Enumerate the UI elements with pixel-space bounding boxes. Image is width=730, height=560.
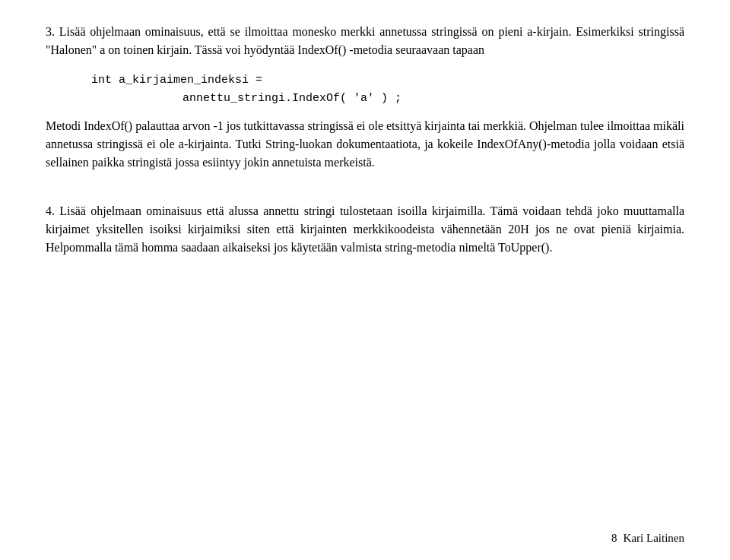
footer: 8 Kari Laitinen — [611, 532, 684, 545]
code-line-1: int a_kirjaimen_indeksi = — [91, 71, 684, 90]
code-line-2: annettu_stringi.IndexOf( 'a' ) ; — [182, 90, 684, 108]
code-block: int a_kirjaimen_indeksi = annettu_string… — [91, 71, 684, 108]
paragraph-3: 3. Lisää ohjelmaan ominaisuus, että se i… — [46, 23, 684, 59]
page-content: 3. Lisää ohjelmaan ominaisuus, että se i… — [0, 0, 730, 292]
page-number: 8 — [611, 532, 617, 545]
paragraph-4: 4. Lisää ohjelmaan ominaisuus että aluss… — [46, 202, 684, 257]
paragraph-metodi: Metodi IndexOf() palauttaa arvon -1 jos … — [46, 117, 684, 172]
footer-author: Kari Laitinen — [624, 532, 684, 545]
